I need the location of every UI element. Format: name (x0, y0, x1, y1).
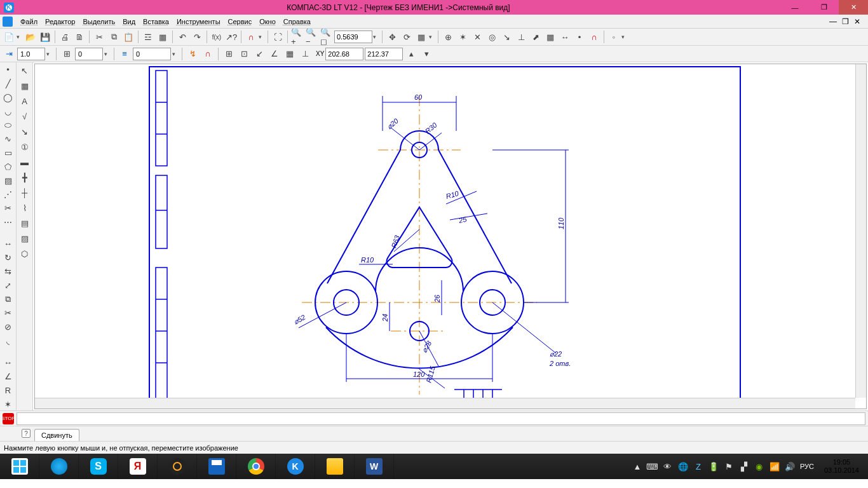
drawing-canvas[interactable]: 60 ⌀20 R30 R10 25 110 R10 R63 ⌀52 24 26 … (34, 64, 867, 409)
print-icon[interactable]: 🖨 (58, 30, 72, 44)
step-field[interactable] (17, 48, 45, 60)
tray-up-icon[interactable]: ▲ (632, 461, 642, 471)
weld-icon[interactable]: ⌇ (18, 201, 32, 215)
redraw-icon[interactable]: ▦ (414, 30, 428, 44)
edit-copy-icon[interactable]: ⧉ (1, 293, 15, 306)
task-explorer[interactable] (315, 454, 355, 479)
redo-icon[interactable]: ↷ (190, 30, 204, 44)
menu-edit[interactable]: Редактор (41, 17, 79, 27)
edit-fillet-icon[interactable]: ◟ (1, 335, 15, 348)
message-input[interactable] (17, 412, 865, 425)
redraw-dropdown[interactable]: ▾ (429, 34, 435, 40)
edit-break-icon[interactable]: ⊘ (1, 321, 15, 334)
csys-angle-icon[interactable]: ∠ (268, 47, 281, 61)
tray-wifi-icon[interactable]: 📶 (770, 461, 780, 471)
tray-nvidia-icon[interactable]: ◉ (754, 461, 764, 471)
edit-move-icon[interactable]: ↔ (1, 238, 15, 250)
geom-spline-icon[interactable]: ∿ (1, 133, 15, 146)
layer-dropdown[interactable]: ▾ (172, 51, 179, 57)
geom-line-icon[interactable]: ╱ (1, 78, 15, 90)
tray-chart-icon[interactable]: ▞ (739, 461, 749, 471)
snap-int-icon[interactable]: ✕ (470, 30, 484, 44)
more-tools-dropdown[interactable]: ▾ (621, 34, 628, 40)
task-save[interactable] (197, 454, 236, 479)
centerline-icon[interactable]: ╋ (18, 170, 32, 184)
csys-local-icon[interactable]: ⊡ (237, 47, 251, 61)
angle-field[interactable] (75, 48, 103, 60)
edit-trim-icon[interactable]: ✂ (1, 307, 15, 320)
more-tools-icon[interactable]: ◦ (607, 30, 621, 44)
menu-view[interactable]: Вид (119, 17, 139, 27)
start-button[interactable] (0, 454, 39, 479)
task-chrome[interactable] (236, 454, 276, 479)
menu-app-icon[interactable] (3, 17, 13, 27)
cut-icon[interactable]: ✂ (92, 30, 106, 44)
layer-icon[interactable]: ≡ (118, 47, 132, 61)
geom-circle-icon[interactable]: ◯ (1, 92, 15, 104)
zoom-window-icon[interactable]: 🔍◻ (320, 30, 334, 44)
task-skype[interactable]: S (79, 454, 118, 479)
edit-mirror-icon[interactable]: ⇆ (1, 266, 15, 278)
ortho-icon[interactable]: ↯ (186, 47, 200, 61)
menu-select[interactable]: Выделить (79, 17, 119, 27)
zoom-field[interactable] (334, 30, 372, 43)
refresh-icon[interactable]: ⟳ (400, 30, 414, 44)
table-icon[interactable]: ▤ (18, 216, 32, 230)
geom-arc-icon[interactable]: ◡ (1, 105, 15, 118)
preview-icon[interactable]: 🗎 (72, 30, 86, 44)
sel-grid-icon[interactable]: ▦ (18, 79, 32, 93)
minimize-button[interactable]: — (780, 0, 810, 15)
coord-up-icon[interactable]: ▴ (404, 47, 418, 61)
step-icon[interactable]: ⇥ (2, 47, 16, 61)
geom-point-icon[interactable]: • (1, 64, 15, 76)
coord-down-icon[interactable]: ▾ (419, 47, 433, 61)
zoom-fit-icon[interactable]: ⛶ (271, 30, 285, 44)
dim-radius-icon[interactable]: R (1, 384, 15, 397)
sel-arrow-icon[interactable]: ↖ (18, 64, 32, 78)
menu-insert[interactable]: Вставка (139, 17, 173, 27)
tray-eye-icon[interactable]: 👁 (663, 461, 673, 471)
angle-lock-icon[interactable]: ⊞ (60, 47, 74, 61)
geom-aux-icon[interactable]: ⋰ (1, 188, 15, 201)
snap-end-icon[interactable]: ⊕ (441, 30, 455, 44)
tray-z-icon[interactable]: Z (693, 461, 703, 471)
geom-rect-icon[interactable]: ▭ (1, 147, 15, 159)
geom-hatch-icon[interactable]: ▨ (1, 174, 15, 187)
tray-flag-icon[interactable]: ⚑ (724, 461, 734, 471)
mdi-minimize[interactable]: — (829, 17, 837, 26)
menu-window[interactable]: Окно (255, 17, 280, 27)
tray-battery-icon[interactable]: 🔋 (709, 461, 719, 471)
mdi-close[interactable]: ✕ (854, 17, 860, 26)
hatchfill-icon[interactable]: ▨ (18, 231, 32, 245)
menu-service[interactable]: Сервис (224, 17, 256, 27)
help-arrow-icon[interactable]: ↗? (224, 30, 238, 44)
task-aimp[interactable] (158, 454, 197, 479)
snap-near-icon[interactable]: ⬈ (529, 30, 543, 44)
task-ie[interactable] (39, 454, 79, 479)
magnet-dropdown[interactable]: ▾ (259, 34, 265, 40)
maximize-button[interactable]: ❐ (810, 0, 839, 15)
snap-off-icon[interactable]: ∩ (587, 30, 601, 44)
edit-scale-icon[interactable]: ⤢ (1, 279, 15, 292)
help-icon[interactable]: ? (22, 429, 31, 438)
zoom-in-icon[interactable]: 🔍+ (290, 30, 304, 44)
tray-clock[interactable]: 19:05 03.10.2014 (819, 458, 864, 475)
text-icon[interactable]: A (18, 94, 32, 108)
undo-icon[interactable]: ↶ (175, 30, 189, 44)
task-kompas[interactable]: K (276, 454, 315, 479)
properties-icon[interactable]: ☲ (141, 30, 155, 44)
roughness-icon[interactable]: √ (18, 109, 32, 123)
polygon2-icon[interactable]: ⬡ (18, 247, 32, 261)
menu-file[interactable]: Файл (17, 17, 41, 27)
geom-cut-icon[interactable]: ✂ (1, 202, 15, 215)
csys-ortho-icon[interactable]: ⊥ (298, 47, 312, 61)
task-word[interactable]: W (355, 454, 394, 479)
function-icon[interactable]: f(x) (210, 30, 224, 44)
close-button[interactable]: ✕ (839, 0, 868, 15)
snap-mid-icon[interactable]: ✶ (456, 30, 470, 44)
y-coord-field[interactable] (365, 48, 403, 60)
geom-polygon-icon[interactable]: ⬠ (1, 160, 15, 173)
geom-ellipse-icon[interactable]: ⬭ (1, 119, 15, 132)
tray-keyboard-icon[interactable]: ⌨ (648, 461, 658, 471)
tab-move[interactable]: Сдвинуть (34, 429, 79, 441)
